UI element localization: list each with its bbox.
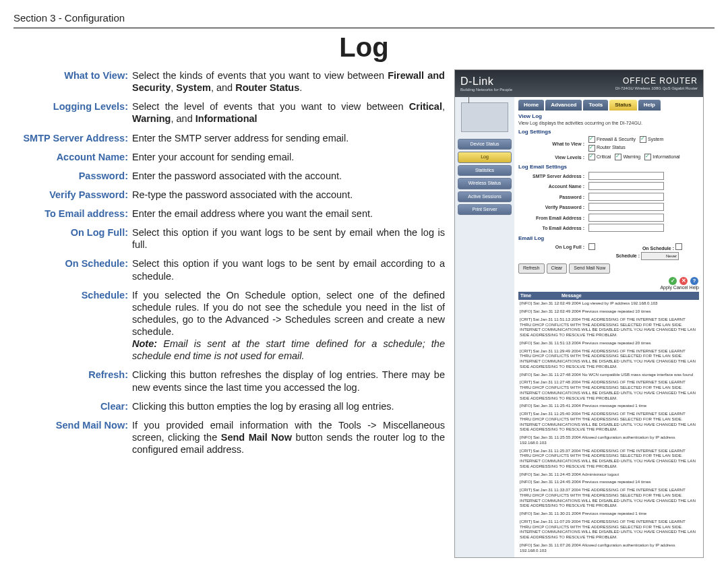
definition-label: On Schedule: — [13, 257, 132, 282]
definition-value: Clicking this button refreshes the displ… — [132, 369, 445, 393]
definition-label: Send Mail Now: — [13, 419, 132, 456]
log-entry: [INFO] Sat Jan 31 11:07:26 2004 Allowed … — [518, 542, 699, 555]
log-entry: [CRIT] Sat Jan 31 11:29:49 2004 THE ADDR… — [518, 348, 699, 371]
definition-label: Verify Password: — [13, 189, 132, 201]
definition-value: Enter your account for sending email. — [132, 151, 294, 163]
definition-row: On Log Full:Select this option if you wa… — [13, 226, 445, 251]
tab[interactable]: Status — [609, 100, 636, 111]
top-rule — [13, 28, 715, 28]
email-field-label: Account Name : — [518, 184, 588, 189]
text-input[interactable] — [588, 224, 664, 232]
checkbox-option[interactable]: Warning — [615, 154, 640, 160]
email-field-row: Password : — [518, 193, 699, 202]
action-button[interactable]: Clear — [547, 263, 568, 273]
log-settings-title: Log Settings — [518, 129, 699, 135]
definition-value: Select this option if you want logs to b… — [132, 226, 445, 251]
router-image — [461, 102, 508, 132]
checkbox-option[interactable]: Router Status — [588, 145, 626, 152]
log-entry: [INFO] Sat Jan 31 11:24:45 2004 Administ… — [518, 471, 699, 479]
log-entry: [INFO] Sat Jan 31 11:51:13 2004 Previous… — [518, 340, 699, 348]
log-entry: [CRIT] Sat Jan 31 11:33:37 2004 THE ADDR… — [518, 487, 699, 510]
definition-label: Logging Levels: — [13, 100, 132, 125]
router-screenshot: D-Link Building Networks for People OFFI… — [454, 69, 704, 558]
email-settings-title: Log Email Settings — [518, 164, 699, 170]
action-button[interactable]: Refresh — [518, 263, 545, 273]
checkbox-option[interactable]: System — [640, 136, 663, 143]
definition-value: If you provided email information with t… — [132, 419, 445, 456]
email-field-label: SMTP Server Address : — [518, 174, 588, 179]
view-levels-label: View Levels : — [518, 155, 588, 160]
sidebar: Device StatusLogStatisticsWireless Statu… — [455, 97, 514, 557]
log-entry: [CRIT] Sat Jan 31 11:25:40 2004 THE ADDR… — [518, 410, 699, 434]
apply-icon[interactable]: ✓ — [669, 277, 677, 285]
definition-row: Logging Levels:Select the level of event… — [13, 100, 445, 125]
log-entry: [CRIT] Sat Jan 31 11:27:48 2004 THE ADDR… — [518, 379, 699, 402]
device-sub: DI-724GU Wireless 108G QoS Gigabit Route… — [615, 86, 698, 91]
on-log-full-label: On Log Full : — [518, 245, 588, 250]
brand-logo-text: D-Link — [460, 75, 512, 88]
view-log-desc: View Log displays the activities occurri… — [518, 121, 699, 126]
help-icon[interactable]: ? — [690, 277, 698, 285]
sidebar-item[interactable]: Statistics — [458, 165, 512, 176]
checkbox-option[interactable]: Firewall & Security — [588, 136, 636, 143]
on-log-full-checkbox[interactable] — [588, 243, 595, 250]
definition-label: On Log Full: — [13, 226, 132, 251]
log-entry: [INFO] Sat Jan 31 12:02:49 2004 Log view… — [518, 300, 699, 308]
definition-label: What to View: — [13, 69, 132, 94]
tab[interactable]: Advanced — [545, 100, 582, 111]
tab[interactable]: Help — [638, 100, 661, 111]
definition-label: Clear: — [13, 400, 132, 412]
text-input[interactable] — [588, 214, 664, 222]
definition-value: Select this option if you want logs to b… — [132, 257, 445, 282]
text-input[interactable] — [588, 203, 664, 211]
log-entry: [INFO] Sat Jan 31 11:25:41 2004 Previous… — [518, 402, 699, 410]
what-to-view-label: What to View : — [518, 142, 588, 147]
log-entry: [INFO] Sat Jan 31 12:02:49 2004 Previous… — [518, 308, 699, 316]
email-field-label: To Email Address : — [518, 226, 588, 231]
definition-label: Password: — [13, 170, 132, 182]
email-field-row: Account Name : — [518, 182, 699, 191]
col-time: Time — [518, 292, 559, 300]
sidebar-item[interactable]: Log — [458, 152, 512, 162]
action-button[interactable]: Send Mail Now — [569, 263, 610, 273]
tabs: HomeAdvancedToolsStatusHelp — [518, 100, 699, 111]
sidebar-item[interactable]: Print Server — [458, 204, 512, 215]
sidebar-item[interactable]: Active Sessions — [458, 191, 512, 202]
log-entry: [INFO] Sat Jan 31 11:27:48 2004 No WCN c… — [518, 371, 699, 379]
definition-row: What to View:Select the kinds of events … — [13, 69, 445, 94]
definition-value: Re-type the password associated with the… — [132, 189, 353, 201]
log-table-header: Time Message — [518, 292, 699, 300]
definitions-list: What to View:Select the kinds of events … — [13, 69, 445, 456]
definition-row: Clear:Clicking this button empties the l… — [13, 400, 445, 412]
cancel-icon[interactable]: ✕ — [679, 277, 688, 285]
text-input[interactable] — [588, 172, 664, 180]
on-schedule-checkbox[interactable] — [675, 243, 682, 250]
device-title: OFFICE ROUTER — [615, 76, 698, 86]
definition-row: SMTP Server Address:Enter the SMTP serve… — [13, 132, 445, 144]
definition-row: Verify Password:Re-type the password ass… — [13, 189, 445, 201]
definition-value: Clicking this button empties the log by … — [132, 400, 394, 412]
email-field-label: Verify Password : — [518, 205, 588, 210]
log-entry: [INFO] Sat Jan 31 11:24:45 2004 Previous… — [518, 478, 699, 487]
tab[interactable]: Home — [518, 100, 544, 111]
text-input[interactable] — [588, 182, 664, 190]
tab[interactable]: Tools — [583, 100, 608, 111]
log-entry: [INFO] Sat Jan 31 11:25:55 2004 Allowed … — [518, 434, 699, 447]
email-log-title: Email Log — [518, 235, 699, 242]
checkbox-option[interactable]: Critical — [588, 154, 611, 160]
definition-row: On Schedule:Select this option if you wa… — [13, 257, 445, 282]
checkbox-option[interactable]: Informational — [644, 154, 679, 160]
sidebar-item[interactable]: Wireless Status — [458, 178, 512, 189]
definition-row: Schedule:If you selected the On Schedule… — [13, 289, 445, 363]
text-input[interactable] — [588, 193, 664, 201]
schedule-select[interactable]: Never — [641, 252, 679, 260]
email-field-row: SMTP Server Address : — [518, 172, 699, 181]
definition-label: Account Name: — [13, 151, 132, 163]
definition-row: To Email address:Enter the email address… — [13, 208, 445, 220]
section-header: Section 3 - Configuration — [13, 12, 715, 24]
log-entry: [CRIT] Sat Jan 31 11:51:13 2004 THE ADDR… — [518, 316, 699, 340]
definition-value: If you selected the On Schedule option, … — [132, 289, 445, 363]
definition-value: Select the level of events that you want… — [132, 100, 445, 125]
apply-cancel-help: ✓ ✕ ? Apply Cancel Help — [518, 277, 699, 290]
sidebar-item[interactable]: Device Status — [458, 139, 512, 150]
